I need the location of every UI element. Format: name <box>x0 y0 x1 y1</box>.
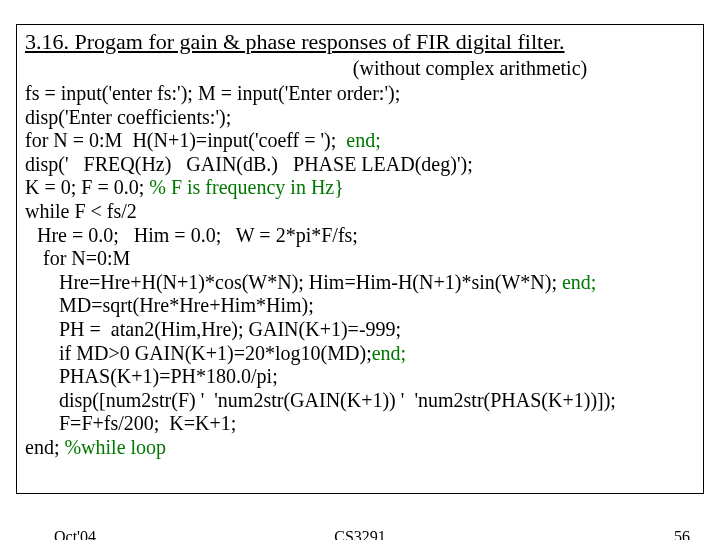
code-line: MD=sqrt(Hre*Hre+Him*Him); <box>25 294 695 318</box>
code-line: K = 0; F = 0.0; % F is frequency in Hz} <box>25 176 695 200</box>
code-text: K = 0; F = 0.0; <box>25 176 149 198</box>
code-line: disp(' FREQ(Hz) GAIN(dB.) PHASE LEAD(deg… <box>25 153 695 177</box>
slide-content: 3.16. Progam for gain & phase responses … <box>16 24 704 494</box>
code-line: Hre=Hre+H(N+1)*cos(W*N); Him=Him-H(N+1)*… <box>25 271 695 295</box>
code-line: Hre = 0.0; Him = 0.0; W = 2*pi*F/fs; <box>25 224 695 248</box>
keyword-end: end; <box>562 271 596 293</box>
code-line: for N=0:M <box>25 247 695 271</box>
code-line: disp('Enter coefficients:'); <box>25 106 695 130</box>
code-text: if MD>0 GAIN(K+1)=20*log10(MD); <box>59 342 372 364</box>
code-line: PHAS(K+1)=PH*180.0/pi; <box>25 365 695 389</box>
code-line: F=F+fs/200; K=K+1; <box>25 412 695 436</box>
code-line: PH = atan2(Him,Hre); GAIN(K+1)=-999; <box>25 318 695 342</box>
footer-course: CS3291 <box>0 528 720 540</box>
code-line: disp([num2str(F) ' 'num2str(GAIN(K+1)) '… <box>25 389 695 413</box>
slide-subtitle: (without complex arithmetic) <box>25 57 695 80</box>
code-line: for N = 0:M H(N+1)=input('coeff = '); en… <box>25 129 695 153</box>
footer-page-number: 56 <box>674 528 690 540</box>
code-line: while F < fs/2 <box>25 200 695 224</box>
code-line: end; %while loop <box>25 436 695 460</box>
code-text: Hre=Hre+H(N+1)*cos(W*N); Him=Him-H(N+1)*… <box>59 271 562 293</box>
comment: %while loop <box>64 436 166 458</box>
code-text: for N = 0:M H(N+1)=input('coeff = '); <box>25 129 346 151</box>
code-line: if MD>0 GAIN(K+1)=20*log10(MD);end; <box>25 342 695 366</box>
slide-title: 3.16. Progam for gain & phase responses … <box>25 29 695 55</box>
code-text: end; <box>25 436 64 458</box>
keyword-end: end; <box>372 342 406 364</box>
keyword-end: end; <box>346 129 380 151</box>
code-line: fs = input('enter fs:'); M = input('Ente… <box>25 82 695 106</box>
comment: % F is frequency in Hz} <box>149 176 344 198</box>
